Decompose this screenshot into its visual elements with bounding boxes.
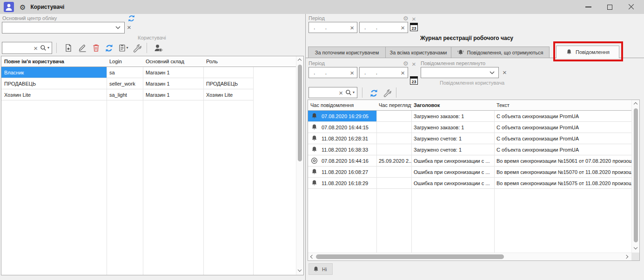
column-header-role[interactable]: Роль	[203, 56, 253, 67]
tab-notifications-received[interactable]: Повідомлення, що отримуються	[451, 47, 550, 58]
date-from-input[interactable]: . . ×	[309, 22, 357, 33]
viewed-cell[interactable]	[376, 178, 411, 188]
user-warehouse-cell[interactable]: Магазин 1	[143, 67, 203, 78]
viewed-cell[interactable]	[376, 111, 411, 121]
notifications-search-input[interactable]: × ▾	[309, 87, 357, 98]
horizontal-scrollbar[interactable]	[308, 253, 631, 260]
no-button[interactable]: Ні	[309, 263, 333, 275]
search-icon[interactable]: ▾	[40, 45, 52, 51]
maximize-button[interactable]	[601, 0, 618, 14]
table-row[interactable]: 11.08.2020 16:08:27 Ошибка при синхрониз…	[308, 167, 631, 178]
title-cell[interactable]: Загружено заказов: 1	[411, 122, 494, 133]
text-cell[interactable]: С объекта синхронизации PromUA	[494, 111, 631, 121]
user-warehouse-cell[interactable]: Магазин 1	[143, 78, 203, 89]
text-cell[interactable]: Во время синхронизации №15075 от 11.08.2…	[494, 178, 631, 188]
column-header-text[interactable]: Текст	[494, 100, 631, 110]
chevron-down-icon[interactable]	[115, 26, 124, 29]
title-cell[interactable]: Ошибка при синхронизации с ...	[411, 155, 494, 166]
period-clear-icon[interactable]: ×	[412, 60, 416, 67]
table-row[interactable]: 11.08.2020 16:28:31 Загружено счетов: 1 …	[308, 133, 631, 144]
scroll-down-icon[interactable]	[298, 268, 302, 272]
search-text-area[interactable]	[2, 42, 31, 53]
user-login-cell[interactable]: sa_light	[107, 89, 143, 100]
date-to-input[interactable]: . . ×	[359, 22, 408, 33]
notification-time-cell[interactable]: 11.08.2020 16:08:27	[308, 167, 376, 177]
user-login-cell[interactable]: seller_work	[107, 78, 143, 89]
viewed-cell[interactable]	[376, 167, 411, 177]
scrollbar-thumb[interactable]	[316, 254, 504, 259]
table-row[interactable]: Хозяин Lite sa_light Магазин 1 Хозяин Li…	[1, 89, 253, 100]
title-cell[interactable]: Ошибка при синхронизации с ...	[411, 178, 494, 188]
vertical-scrollbar[interactable]	[296, 56, 303, 275]
notification-time-cell[interactable]: 07.08.2020 16:29:05	[308, 111, 376, 121]
tab-all-users[interactable]: За всіма користувачами	[385, 47, 451, 58]
accounting-center-combobox[interactable]	[2, 22, 125, 33]
scroll-up-icon[interactable]	[634, 102, 637, 106]
column-header-title[interactable]: Заголовок	[411, 100, 494, 110]
minimize-button[interactable]	[580, 0, 597, 14]
search-icon[interactable]: ▾	[345, 89, 357, 96]
search-options-caret-icon[interactable]: ▾	[353, 91, 355, 94]
user-role-cell[interactable]: Хозяин Lite	[203, 89, 253, 100]
period-settings-gear-icon[interactable]: ⚙	[403, 60, 409, 67]
clear-date-icon[interactable]: ×	[350, 69, 357, 76]
title-cell[interactable]: Загружено счетов: 1	[411, 133, 494, 144]
calendar-icon[interactable]: 23	[410, 76, 418, 85]
viewed-cell[interactable]	[376, 144, 411, 155]
clear-date-icon[interactable]: ×	[401, 69, 408, 76]
user-warehouse-cell[interactable]: Магазин 1	[143, 89, 203, 100]
column-header-time[interactable]: Час повідомлення	[308, 100, 376, 110]
scroll-up-icon[interactable]	[298, 59, 302, 62]
clear-combobox-icon[interactable]: ×	[127, 24, 131, 31]
refresh-list-button[interactable]	[104, 43, 114, 53]
scroll-left-icon[interactable]	[310, 255, 314, 259]
calendar-icon[interactable]: 23	[410, 23, 418, 31]
title-cell[interactable]: Ошибка при синхронизации с ...	[411, 167, 494, 177]
title-cell[interactable]: Загружено счетов: 1	[411, 144, 494, 155]
vertical-scrollbar[interactable]	[631, 100, 639, 253]
table-row[interactable]: ПРОДАВЕЦЬ seller_work Магазин 1 ПРОДАВЕЦ…	[1, 78, 253, 89]
clear-date-icon[interactable]: ×	[350, 24, 357, 31]
close-button[interactable]	[623, 0, 639, 14]
table-row[interactable]: 07.08.2020 16:44:16 25.09.2020 2... Ошиб…	[308, 155, 631, 167]
period-settings-gear-icon[interactable]: ⚙	[403, 15, 409, 21]
column-header-viewed[interactable]: Час перегляду	[376, 100, 411, 110]
clear-viewed-filter-icon[interactable]: ×	[503, 69, 507, 76]
edit-user-button[interactable]	[77, 43, 87, 53]
title-cell[interactable]: Загружено заказов: 1	[411, 111, 494, 121]
report-menu-caret-icon[interactable]: ▾	[126, 46, 128, 50]
period-clear-icon[interactable]: ×	[412, 15, 416, 22]
refresh-icon[interactable]	[127, 14, 135, 23]
date-from-input[interactable]: . . ×	[309, 67, 357, 78]
clear-search-icon[interactable]: ×	[31, 45, 40, 52]
table-row[interactable]: Власник sa Магазин 1	[1, 67, 253, 78]
table-row[interactable]: 11.08.2020 16:38:33 Загружено счетов: 1 …	[308, 144, 631, 155]
scroll-right-icon[interactable]	[624, 255, 628, 259]
report-menu-button[interactable]: ▾	[117, 43, 130, 53]
text-cell[interactable]: Во время синхронизации №15061 от 07.08.2…	[494, 155, 631, 166]
user-name-cell[interactable]: Хозяин Lite	[1, 89, 107, 100]
viewed-filter-combobox[interactable]	[421, 67, 499, 78]
column-header-full-name[interactable]: Повне ім'я користувача	[1, 56, 107, 67]
table-row[interactable]: 07.08.2020 16:29:05 Загружено заказов: 1…	[308, 111, 631, 122]
text-cell[interactable]: С объекта синхронизации PromUA	[494, 133, 631, 144]
notification-time-cell[interactable]: 11.08.2020 16:28:31	[308, 133, 376, 144]
service-wrench-button[interactable]	[382, 88, 392, 98]
service-wrench-button[interactable]	[132, 43, 142, 53]
user-role-cell[interactable]	[203, 67, 253, 78]
clear-search-icon[interactable]: ×	[336, 89, 345, 96]
user-name-cell[interactable]: ПРОДАВЕЦЬ	[1, 78, 107, 89]
viewed-cell[interactable]: 25.09.2020 2...	[376, 155, 411, 166]
add-user-button[interactable]	[63, 43, 74, 53]
viewed-cell[interactable]	[376, 133, 411, 144]
search-options-caret-icon[interactable]: ▾	[47, 46, 49, 50]
clear-date-icon[interactable]: ×	[401, 24, 408, 31]
user-login-cell[interactable]: sa	[107, 67, 143, 78]
column-header-warehouse[interactable]: Основний склад	[143, 56, 203, 67]
text-cell[interactable]: Во время синхронизации №15070 от 11.08.2…	[494, 167, 631, 177]
chevron-down-icon[interactable]	[490, 71, 498, 74]
notification-time-cell[interactable]: 07.08.2020 16:44:15	[308, 122, 376, 133]
scrollbar-thumb[interactable]	[634, 108, 638, 242]
user-permissions-button[interactable]	[152, 43, 164, 53]
tab-notifications[interactable]: Повідомлення	[556, 46, 619, 58]
